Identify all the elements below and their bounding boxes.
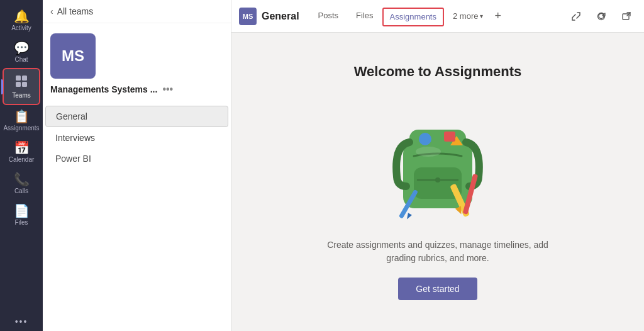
all-teams-back[interactable]: ‹ All teams bbox=[43, 0, 231, 23]
chat-icon: 💬 bbox=[14, 42, 30, 54]
channel-item-general[interactable]: General bbox=[45, 106, 228, 127]
nav-item-calendar[interactable]: 📅 Calendar bbox=[3, 137, 40, 168]
team-card: MS Managements Systems ... ••• bbox=[43, 23, 231, 105]
svg-point-18 bbox=[416, 147, 441, 157]
svg-rect-2 bbox=[16, 82, 21, 87]
tab-list: Posts Files Assignments 2 more ▾ + bbox=[309, 0, 566, 33]
channel-title: General bbox=[262, 11, 299, 22]
assignments-icon: 📋 bbox=[14, 110, 30, 123]
tab-more[interactable]: 2 more ▾ bbox=[447, 0, 489, 33]
nav-label-activity: Activity bbox=[11, 25, 31, 31]
calendar-icon: 📅 bbox=[14, 142, 30, 154]
nav-label-teams: Teams bbox=[12, 92, 30, 99]
back-arrow-icon: ‹ bbox=[50, 6, 53, 16]
chevron-down-icon: ▾ bbox=[480, 13, 483, 20]
nav-item-more[interactable]: ••• bbox=[3, 312, 40, 331]
welcome-description: Create assignments and quizzes, manage t… bbox=[327, 238, 548, 265]
activity-icon: 🔔 bbox=[14, 10, 30, 23]
team-avatar[interactable]: MS bbox=[50, 33, 96, 79]
nav-item-activity[interactable]: 🔔 Activity bbox=[3, 5, 40, 36]
nav-item-teams[interactable]: Teams bbox=[3, 68, 40, 105]
channel-item-interviews[interactable]: Interviews bbox=[45, 128, 228, 148]
nav-label-assignments: Assignments bbox=[3, 125, 39, 132]
svg-point-9 bbox=[435, 177, 440, 182]
welcome-title: Welcome to Assignments bbox=[354, 64, 522, 80]
teams-panel: ‹ All teams MS Managements Systems ... •… bbox=[43, 0, 231, 331]
nav-label-files: Files bbox=[14, 219, 28, 226]
popout-icon[interactable] bbox=[616, 6, 636, 26]
expand-icon[interactable] bbox=[566, 6, 586, 26]
refresh-icon[interactable] bbox=[591, 6, 611, 26]
nav-item-chat[interactable]: 💬 Chat bbox=[3, 36, 40, 68]
main-content: MS General Posts Files Assignments 2 mor… bbox=[231, 0, 644, 331]
get-started-button[interactable]: Get started bbox=[398, 278, 477, 300]
team-more-icon[interactable]: ••• bbox=[162, 84, 173, 95]
nav-label-calendar: Calendar bbox=[9, 156, 35, 163]
nav-item-assignments[interactable]: 📋 Assignments bbox=[3, 105, 40, 137]
nav-label-chat: Chat bbox=[14, 56, 28, 63]
teams-icon bbox=[14, 74, 28, 90]
team-name-row: Managements Systems ... ••• bbox=[50, 84, 173, 100]
team-name: Managements Systems ... bbox=[50, 84, 157, 94]
nav-item-calls[interactable]: 📞 Calls bbox=[3, 168, 40, 199]
svg-rect-1 bbox=[22, 76, 27, 81]
channel-list: General Interviews Power BI bbox=[43, 105, 231, 169]
all-teams-label: All teams bbox=[57, 6, 94, 16]
backpack-illustration bbox=[375, 95, 501, 221]
svg-marker-14 bbox=[405, 213, 412, 220]
top-bar: MS General Posts Files Assignments 2 mor… bbox=[231, 0, 644, 33]
nav-label-calls: Calls bbox=[14, 188, 28, 194]
calls-icon: 📞 bbox=[14, 173, 30, 186]
channel-avatar: MS bbox=[239, 8, 257, 25]
assignments-body: Welcome to Assignments bbox=[231, 33, 644, 331]
files-icon: 📄 bbox=[14, 205, 30, 217]
top-bar-actions bbox=[566, 6, 636, 26]
svg-rect-16 bbox=[444, 132, 455, 142]
tab-add-button[interactable]: + bbox=[489, 0, 506, 33]
tab-more-label: 2 more bbox=[453, 11, 478, 21]
sidebar-nav: 🔔 Activity 💬 Chat Teams 📋 Assignments 📅 … bbox=[0, 0, 43, 331]
nav-item-files[interactable]: 📄 Files bbox=[3, 199, 40, 231]
svg-rect-3 bbox=[22, 82, 27, 87]
channel-item-powerbi[interactable]: Power BI bbox=[45, 149, 228, 169]
tab-assignments[interactable]: Assignments bbox=[382, 8, 444, 26]
more-icon: ••• bbox=[15, 317, 28, 326]
tab-files[interactable]: Files bbox=[347, 0, 382, 33]
svg-rect-0 bbox=[16, 76, 21, 81]
svg-point-17 bbox=[419, 133, 431, 145]
tab-posts[interactable]: Posts bbox=[309, 0, 348, 33]
